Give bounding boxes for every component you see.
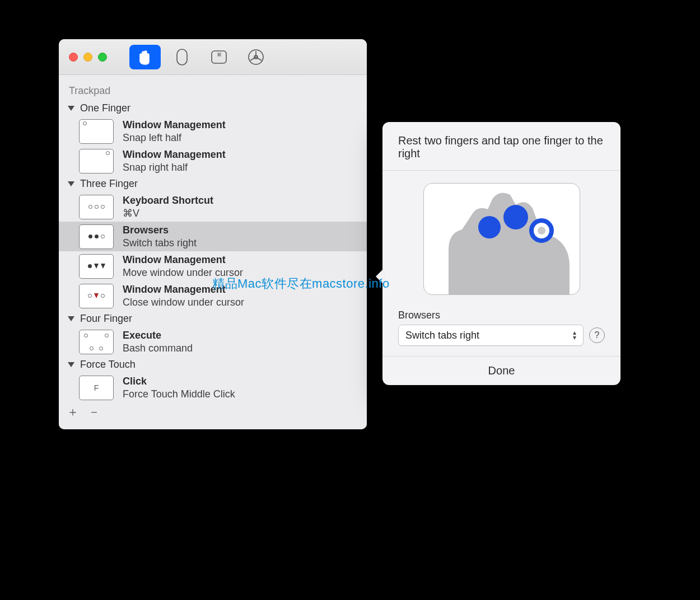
gesture-list: Trackpad One Finger Window Management Sn… <box>59 75 367 429</box>
toolbar-settings-tab[interactable] <box>240 45 272 69</box>
action-category-label: Browsers <box>398 310 605 321</box>
group-label: Three Finger <box>80 178 138 190</box>
popover-body: Browsers Switch tabs right ▴▾ ? <box>382 171 620 356</box>
add-button[interactable]: ＋ <box>67 406 79 418</box>
row-title: Keyboard Shortcut <box>123 194 213 207</box>
watermark-text: 精品Mac软件尽在macstore.info <box>212 275 390 292</box>
remove-button[interactable]: － <box>88 406 100 418</box>
svg-point-8 <box>478 216 501 238</box>
row-title: Window Management <box>123 119 226 132</box>
disclosure-triangle-icon <box>68 106 74 111</box>
row-subtitle: Close window under cursor <box>123 296 244 309</box>
action-select-value: Switch tabs right <box>405 330 479 341</box>
row-title: Click <box>123 375 235 388</box>
svg-rect-0 <box>177 49 187 65</box>
done-button[interactable]: Done <box>382 356 620 385</box>
disclosure-triangle-icon <box>68 316 74 321</box>
gesture-thumb <box>79 330 114 354</box>
toolbar-mouse-tab[interactable] <box>166 45 198 69</box>
disclosure-triangle-icon <box>68 181 74 186</box>
row-title: Execute <box>123 329 193 342</box>
action-select[interactable]: Switch tabs right ▴▾ <box>398 325 584 346</box>
group-label: Four Finger <box>80 313 132 325</box>
keyboard-icon: ⌘ <box>209 49 228 65</box>
gesture-row[interactable]: Keyboard Shortcut ⌘V <box>59 192 367 222</box>
gesture-thumb <box>79 149 114 174</box>
gesture-thumb <box>79 284 114 308</box>
hand-icon <box>136 49 155 65</box>
preferences-window: ⌘ Trackpad One Finger Window Managem <box>59 39 367 429</box>
gesture-row[interactable]: F Click Force Touch Middle Click <box>59 373 367 402</box>
help-button[interactable]: ? <box>589 327 605 343</box>
gesture-row-selected[interactable]: Browsers Switch tabs right <box>59 222 367 251</box>
toolbar-keyboard-tab[interactable]: ⌘ <box>203 45 235 69</box>
row-title: Window Management <box>123 254 243 266</box>
row-subtitle: Switch tabs right <box>123 237 197 250</box>
trackpad-preview <box>423 183 580 295</box>
svg-point-12 <box>538 227 545 235</box>
gesture-row[interactable]: Window Management Snap right half <box>59 146 367 176</box>
popover-instruction: Rest two fingers and tap one finger to t… <box>382 122 620 171</box>
group-header-one-finger[interactable]: One Finger <box>59 100 367 116</box>
svg-point-9 <box>503 205 528 229</box>
row-title: Browsers <box>123 224 197 237</box>
section-title: Trackpad <box>59 83 367 100</box>
group-header-force-touch[interactable]: Force Touch <box>59 357 367 373</box>
toolbar-gestures-tab[interactable] <box>129 45 161 69</box>
gesture-row[interactable]: Execute Bash command <box>59 327 367 357</box>
row-subtitle: Force Touch Middle Click <box>123 388 235 401</box>
mouse-icon <box>174 48 190 67</box>
group-label: Force Touch <box>80 359 136 371</box>
gesture-editor-popover: Rest two fingers and tap one finger to t… <box>382 122 620 385</box>
gesture-row[interactable]: Window Management Snap left half <box>59 116 367 146</box>
row-subtitle: ⌘V <box>123 207 213 220</box>
row-title: Window Management <box>123 148 226 161</box>
gesture-thumb <box>79 224 114 249</box>
traffic-lights <box>69 53 107 62</box>
list-footer: ＋ － <box>59 402 367 424</box>
gesture-thumb: F <box>79 376 114 400</box>
close-window-button[interactable] <box>69 53 78 62</box>
svg-text:⌘: ⌘ <box>217 52 222 58</box>
disclosure-triangle-icon <box>68 362 74 367</box>
gesture-thumb <box>79 119 114 144</box>
row-subtitle: Snap right half <box>123 161 226 174</box>
zoom-window-button[interactable] <box>98 53 107 62</box>
hand-preview-icon <box>432 183 577 295</box>
group-header-four-finger[interactable]: Four Finger <box>59 311 367 327</box>
chevron-updown-icon: ▴▾ <box>573 331 576 339</box>
minimize-window-button[interactable] <box>83 53 92 62</box>
group-label: One Finger <box>80 102 130 114</box>
gear-icon <box>246 48 265 67</box>
group-header-three-finger[interactable]: Three Finger <box>59 176 367 192</box>
titlebar: ⌘ <box>59 39 367 75</box>
gesture-thumb <box>79 195 114 219</box>
row-subtitle: Bash command <box>123 342 193 355</box>
gesture-thumb <box>79 254 114 279</box>
row-subtitle: Snap left half <box>123 132 226 144</box>
